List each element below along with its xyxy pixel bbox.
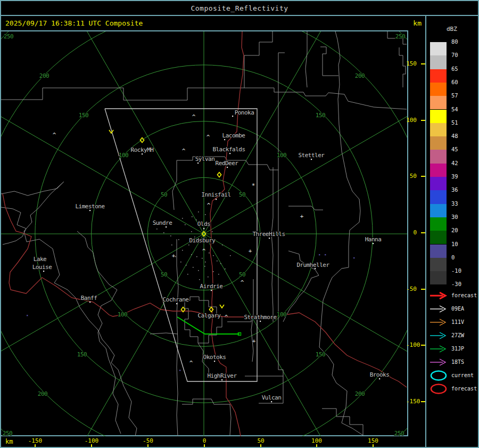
county-boundary — [177, 239, 178, 436]
town-dot — [142, 153, 143, 154]
clutter-echo-dot — [196, 219, 197, 221]
right-axis-tick — [421, 289, 425, 290]
scale-color-box — [430, 110, 447, 123]
scale-tick-label: 36 — [451, 186, 473, 193]
town-dot — [89, 302, 90, 303]
city-label: Didsbury — [189, 237, 216, 244]
scale-color-box — [430, 204, 447, 217]
map-point-marker: ^ — [189, 360, 193, 366]
scale-tick-label: -10 — [451, 267, 473, 274]
clutter-echo-dot — [170, 235, 171, 237]
map-point-marker: ^ — [207, 134, 210, 141]
town-dot — [166, 226, 167, 227]
km-unit-bottom-left: km — [5, 438, 13, 445]
right-axis-label: 150 — [406, 60, 417, 67]
bottom-axis-label: -50 — [137, 437, 159, 444]
ring-distance-label: 50 — [161, 191, 167, 198]
clutter-echo-dot — [191, 254, 192, 255]
right-axis-label: -100 — [406, 341, 417, 348]
city-label: Cochrane — [163, 296, 189, 303]
town-dot — [227, 167, 228, 168]
bottom-axis: km -150-100-50050100150 — [1, 436, 425, 448]
map-point-marker: ^ — [241, 279, 244, 286]
right-axis-tick — [421, 63, 425, 64]
right-axis-tick — [421, 176, 425, 177]
map-point-marker: ^ — [192, 113, 196, 120]
legend-panel: dBZ 807065605754514845423936333020100-10… — [426, 16, 479, 448]
bottom-axis-tick — [35, 444, 36, 448]
bottom-axis-tick — [260, 444, 261, 448]
town-dot — [211, 290, 212, 291]
legend-label: 18TS — [451, 359, 464, 365]
clutter-echo-dot — [209, 252, 210, 254]
bottom-axis-tick — [147, 444, 148, 448]
storm-cell-diamond — [140, 138, 144, 143]
map-point-marker: * — [252, 182, 255, 189]
scale-color-box — [430, 83, 447, 96]
track-arrow-icon — [429, 343, 449, 355]
track-arrow-icon — [429, 330, 449, 341]
clutter-echo-dot — [182, 218, 183, 219]
scale-tick-label: 48 — [451, 133, 473, 139]
clutter-echo-dot — [218, 274, 219, 275]
radar-map: 2502001501005025020015010050501001502002… — [1, 30, 408, 436]
scale-tick-label: 65 — [451, 66, 473, 72]
map-point-marker: + — [252, 338, 256, 345]
legend-label: forecast — [451, 292, 477, 298]
ring-distance-label: 250 — [394, 430, 404, 436]
city-label: Limestone — [75, 203, 104, 210]
clutter-echo-dot — [230, 255, 231, 256]
timestamp-label: 2025/09/17 16:38:11 UTC Composite — [5, 19, 143, 27]
scale-color-box — [430, 217, 447, 231]
town-dot — [43, 271, 44, 272]
ring-distance-label: 50 — [239, 271, 245, 278]
clutter-echo-dot — [186, 265, 187, 266]
town-dot — [311, 159, 312, 160]
ring-distance-label: 150 — [79, 112, 88, 119]
clutter-echo-dot — [213, 255, 214, 256]
bottom-axis-tick — [373, 444, 374, 448]
right-axis: 150100500-50-100-150 — [408, 30, 426, 435]
clutter-echo-dot — [192, 216, 193, 217]
town-dot — [379, 378, 380, 379]
right-axis-label: 0 — [406, 229, 417, 236]
map-point-marker: ^ — [53, 132, 56, 139]
map-point-marker: ^ — [182, 148, 186, 154]
county-boundary — [288, 206, 323, 210]
clutter-echo-dot — [204, 266, 205, 267]
county-boundary — [399, 47, 406, 87]
ring-distance-label: 150 — [77, 351, 87, 358]
city-label: RedDeer — [216, 160, 239, 167]
legend-label: 27ZW — [451, 332, 464, 338]
scale-color-box — [430, 150, 447, 163]
clutter-echo-dot — [205, 214, 206, 215]
clutter-echo-dot — [198, 211, 199, 213]
weak-echo-dot — [353, 257, 354, 258]
ring-distance-label: 100 — [119, 152, 128, 159]
city-label: Olds — [197, 221, 211, 227]
scale-color-box — [430, 271, 447, 284]
clutter-echo-dot — [199, 279, 200, 280]
map-point-marker: ^ — [207, 202, 211, 209]
ring-distance-label: 50 — [161, 271, 167, 278]
town-dot — [224, 139, 225, 140]
clutter-echo-dot — [185, 224, 186, 225]
scale-tick-label: 70 — [451, 52, 473, 58]
clutter-echo-dot — [182, 250, 183, 251]
bottom-axis-label: 50 — [250, 437, 271, 444]
clutter-echo-dot — [212, 231, 213, 232]
clutter-echo-dot — [213, 271, 214, 272]
scale-tick-label: 20 — [451, 227, 473, 233]
city-label: Ponoka — [235, 109, 254, 116]
weak-echo-dot — [179, 370, 180, 371]
scale-color-box — [430, 123, 447, 136]
county-boundary — [1, 182, 137, 436]
clutter-echo-dot — [163, 232, 164, 233]
right-axis-label: 50 — [406, 173, 417, 180]
county-boundary — [259, 53, 283, 403]
right-axis-label: -150 — [406, 398, 417, 405]
clutter-echo-dot — [205, 262, 206, 263]
city-label: Blackfalds — [212, 146, 245, 153]
town-dot — [229, 153, 230, 154]
ring-distance-label: 100 — [277, 311, 286, 318]
